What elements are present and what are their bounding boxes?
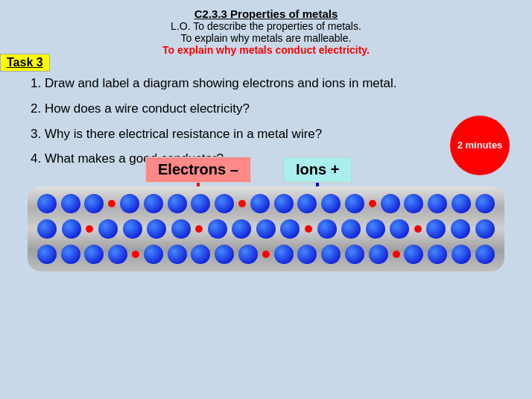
blue-dot xyxy=(215,245,234,264)
blue-dot xyxy=(341,219,361,239)
blue-dot xyxy=(168,245,187,264)
blue-dot xyxy=(98,219,118,239)
blue-dot xyxy=(61,245,80,264)
blue-dot xyxy=(144,245,163,264)
blue-dot xyxy=(428,194,447,213)
dot-row-1 xyxy=(35,194,497,213)
ions-label: Ions + xyxy=(283,157,352,183)
blue-dot xyxy=(451,219,470,239)
blue-dot xyxy=(191,194,210,213)
blue-dot xyxy=(475,245,495,264)
red-dot xyxy=(108,200,115,207)
blue-dot xyxy=(232,219,251,239)
blue-dot xyxy=(475,194,495,213)
timer-circle: 2 minutes xyxy=(450,116,510,175)
red-dot xyxy=(132,251,139,258)
blue-dot xyxy=(84,194,104,213)
questions-list: Draw and label a diagram showing electro… xyxy=(0,67,532,179)
blue-dot xyxy=(168,194,187,213)
lesson-title: C2.3.3 Properties of metals xyxy=(15,7,517,20)
electrons-label: Electrons – xyxy=(145,157,251,183)
blue-dot xyxy=(381,194,400,213)
blue-dot xyxy=(62,219,81,239)
blue-dot xyxy=(144,194,163,213)
blue-dot xyxy=(317,219,337,239)
blue-dot xyxy=(84,245,104,264)
red-dot xyxy=(86,225,93,233)
red-dot xyxy=(195,225,203,233)
blue-dot xyxy=(120,194,139,213)
wire-body xyxy=(28,186,504,271)
red-dot xyxy=(238,200,246,207)
blue-dot xyxy=(452,194,471,213)
blue-dot xyxy=(321,194,341,213)
red-dot xyxy=(305,225,312,233)
red-dot xyxy=(369,200,376,207)
learning-objective-3: To explain why metals conduct electricit… xyxy=(15,44,517,56)
blue-dot xyxy=(345,194,364,213)
blue-dot xyxy=(61,194,80,213)
blue-dot xyxy=(390,219,409,239)
blue-dot xyxy=(208,219,227,239)
blue-dot xyxy=(404,245,423,264)
blue-dot xyxy=(297,245,317,264)
task-badge: Task 3 xyxy=(0,54,50,72)
wire-diagram xyxy=(20,180,512,277)
blue-dot xyxy=(428,245,447,264)
blue-dot xyxy=(147,219,166,239)
blue-dot xyxy=(238,245,258,264)
learning-objective-1: L.O. To describe the properties of metal… xyxy=(15,20,517,32)
blue-dot xyxy=(345,245,364,264)
timer-label: 2 minutes xyxy=(457,139,503,151)
blue-dot xyxy=(256,219,276,239)
blue-dot xyxy=(250,194,270,213)
blue-dot xyxy=(37,219,57,239)
blue-dot xyxy=(108,245,127,264)
red-dot xyxy=(414,225,422,233)
blue-dot xyxy=(280,219,300,239)
blue-dot xyxy=(452,245,471,264)
dots-area xyxy=(28,186,504,271)
blue-dot xyxy=(215,194,234,213)
red-dot xyxy=(262,251,270,258)
blue-dot xyxy=(171,219,191,239)
blue-dot xyxy=(404,194,423,213)
dot-row-3 xyxy=(35,245,497,264)
question-1: Draw and label a diagram showing electro… xyxy=(45,75,502,92)
question-4: What makes a good conductor? xyxy=(45,150,502,168)
blue-dot xyxy=(191,245,210,264)
blue-dot xyxy=(274,245,294,264)
dot-row-2 xyxy=(35,219,497,239)
question-2: How does a wire conduct electricity? xyxy=(45,100,502,118)
blue-dot xyxy=(369,245,388,264)
blue-dot xyxy=(475,219,495,239)
red-dot xyxy=(393,251,400,258)
blue-dot xyxy=(426,219,446,239)
blue-dot xyxy=(297,194,317,213)
blue-dot xyxy=(366,219,385,239)
learning-objective-2: To explain why metals are malleable. xyxy=(15,32,517,44)
question-3: Why is there electrical resistance in a … xyxy=(45,125,502,143)
blue-dot xyxy=(37,245,57,264)
blue-dot xyxy=(123,219,142,239)
header: C2.3.3 Properties of metals L.O. To desc… xyxy=(0,0,532,60)
blue-dot xyxy=(321,245,341,264)
blue-dot xyxy=(37,194,57,213)
blue-dot xyxy=(274,194,294,213)
